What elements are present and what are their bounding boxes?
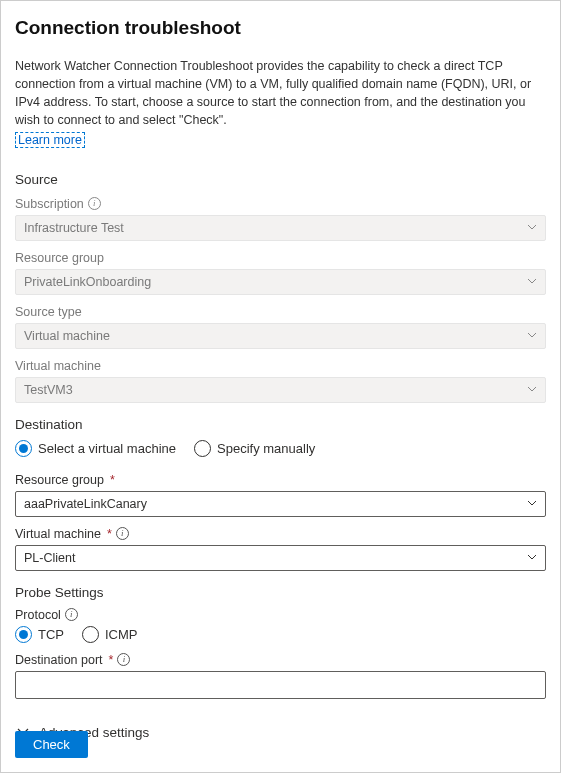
source-vm-label: Virtual machine [15,359,546,373]
radio-icmp[interactable]: ICMP [82,626,138,643]
advanced-settings-expander[interactable]: Advanced settings [15,721,546,744]
chevron-down-icon [527,386,537,392]
radio-icon [15,626,32,643]
source-type-dropdown: Virtual machine [15,323,546,349]
dest-vm-value: PL-Client [24,551,75,565]
resource-group-label-text: Resource group [15,251,104,265]
source-vm-value: TestVM3 [24,383,73,397]
source-type-label-text: Source type [15,305,82,319]
page-title: Connection troubleshoot [15,17,546,39]
source-type-value: Virtual machine [24,329,110,343]
info-icon[interactable]: i [88,197,101,210]
radio-icon [82,626,99,643]
source-vm-label-text: Virtual machine [15,359,101,373]
radio-icon [15,440,32,457]
dest-resource-group-dropdown[interactable]: aaaPrivateLinkCanary [15,491,546,517]
chevron-down-icon [527,278,537,284]
dest-vm-label: Virtual machine * i [15,527,546,541]
destination-heading: Destination [15,417,546,432]
chevron-down-icon [527,332,537,338]
chevron-down-icon [527,500,537,506]
required-marker: * [107,527,112,541]
dest-port-label: Destination port * i [15,653,546,667]
required-marker: * [110,473,115,487]
dest-resource-group-value: aaaPrivateLinkCanary [24,497,147,511]
radio-tcp[interactable]: TCP [15,626,64,643]
radio-select-vm[interactable]: Select a virtual machine [15,440,176,457]
chevron-down-icon [527,554,537,560]
footer: Check [15,731,88,758]
info-icon[interactable]: i [117,653,130,666]
source-type-label: Source type [15,305,546,319]
dest-resource-group-label: Resource group * [15,473,546,487]
check-button[interactable]: Check [15,731,88,758]
protocol-group: TCP ICMP [15,626,546,643]
probe-heading: Probe Settings [15,585,546,600]
connection-troubleshoot-panel: Connection troubleshoot Network Watcher … [0,0,561,773]
radio-icon [194,440,211,457]
protocol-label-text: Protocol [15,608,61,622]
dest-vm-label-text: Virtual machine [15,527,101,541]
dest-port-label-text: Destination port [15,653,103,667]
subscription-value: Infrastructure Test [24,221,124,235]
subscription-label-text: Subscription [15,197,84,211]
subscription-dropdown: Infrastructure Test [15,215,546,241]
learn-more-link[interactable]: Learn more [15,132,85,148]
radio-tcp-label: TCP [38,627,64,642]
resource-group-label: Resource group [15,251,546,265]
chevron-down-icon [527,224,537,230]
dest-vm-dropdown[interactable]: PL-Client [15,545,546,571]
subscription-label: Subscription i [15,197,546,211]
description-text: Network Watcher Connection Troubleshoot … [15,57,546,130]
protocol-label: Protocol i [15,608,546,622]
source-heading: Source [15,172,546,187]
radio-specify-manually-label: Specify manually [217,441,315,456]
destination-mode-group: Select a virtual machine Specify manuall… [15,440,546,457]
source-vm-dropdown: TestVM3 [15,377,546,403]
info-icon[interactable]: i [65,608,78,621]
radio-specify-manually[interactable]: Specify manually [194,440,315,457]
source-resource-group-dropdown: PrivateLinkOnboarding [15,269,546,295]
radio-icmp-label: ICMP [105,627,138,642]
dest-port-input[interactable] [15,671,546,699]
dest-resource-group-label-text: Resource group [15,473,104,487]
source-resource-group-value: PrivateLinkOnboarding [24,275,151,289]
info-icon[interactable]: i [116,527,129,540]
required-marker: * [109,653,114,667]
radio-select-vm-label: Select a virtual machine [38,441,176,456]
